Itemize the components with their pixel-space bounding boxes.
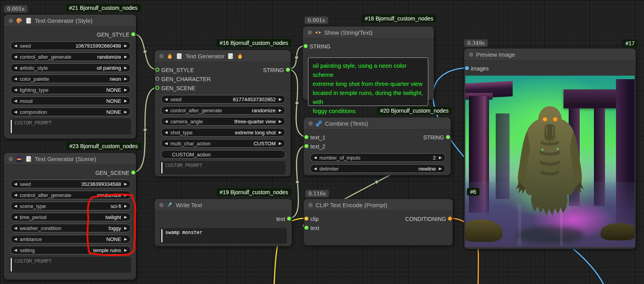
combo-left-arrow[interactable]: ◀ xyxy=(14,88,17,92)
combo-right-arrow[interactable]: ▶ xyxy=(124,249,127,252)
widget-camera_angle[interactable]: ◀camera_anglethree-quarter view▶ xyxy=(161,117,286,126)
combo-right-arrow[interactable]: ▶ xyxy=(124,55,127,59)
collapse-dot[interactable] xyxy=(308,121,313,126)
input-slot-text[interactable] xyxy=(304,226,308,230)
output-slot-gen_scene[interactable] xyxy=(131,171,135,174)
input-slot-clip[interactable] xyxy=(304,217,308,221)
text-area[interactable]: CUSTOM_PROMPT xyxy=(160,161,286,174)
text-area[interactable]: CUSTOM_PROMPT xyxy=(9,257,131,273)
combo-left-arrow[interactable]: ◀ xyxy=(14,99,17,103)
combo-left-arrow[interactable]: ◀ xyxy=(165,98,168,101)
widget-lighting_type[interactable]: ◀lighting_typeNONE▶ xyxy=(10,85,131,94)
collapse-dot[interactable] xyxy=(159,203,164,207)
combo-right-arrow[interactable]: ▶ xyxy=(124,99,127,103)
combo-left-arrow[interactable]: ◀ xyxy=(14,66,17,70)
widget-artistic_style[interactable]: ◀artistic_styleoil painting▶ xyxy=(10,63,131,72)
input-slot-gen_scene[interactable] xyxy=(155,86,159,90)
combo-right-arrow[interactable]: ▶ xyxy=(279,98,282,101)
input-slot-gen_character[interactable] xyxy=(155,77,159,81)
node-text-generator-scene-[interactable]: Text Generator (Scene)GEN_SCENE◀seed3523… xyxy=(4,153,136,280)
widget-seed[interactable]: ◀seed35236399334588▶ xyxy=(10,180,131,188)
widget-scene_type[interactable]: ◀scene_typesci-fi▶ xyxy=(10,202,131,210)
input-slot-images[interactable] xyxy=(465,66,469,70)
node-header[interactable]: Write Text xyxy=(155,199,292,211)
output-slot-string[interactable] xyxy=(446,135,450,139)
combo-right-arrow[interactable]: ▶ xyxy=(124,88,127,92)
node-preview-image[interactable]: Preview Imageimages xyxy=(464,48,636,249)
node-show-string-text-[interactable]: Show (String/Text)STRINGoil painting sty… xyxy=(303,26,434,100)
combo-right-arrow[interactable]: ▶ xyxy=(124,238,127,241)
combo-left-arrow[interactable]: ◀ xyxy=(165,142,168,145)
input-slot-text_1[interactable] xyxy=(304,135,308,139)
combo-left-arrow[interactable]: ◀ xyxy=(165,109,168,112)
widget-multi_char_action[interactable]: ◀multi_char_actionCUSTOM▶ xyxy=(161,139,286,148)
combo-right-arrow[interactable]: ▶ xyxy=(124,182,127,186)
combo-right-arrow[interactable]: ▶ xyxy=(124,44,127,48)
textarea-scrollbar[interactable] xyxy=(161,162,162,173)
widget-control_after_generate[interactable]: ◀control_after_generaterandomize▶ xyxy=(10,191,131,199)
combo-right-arrow[interactable]: ▶ xyxy=(124,66,127,70)
input-slot-string[interactable] xyxy=(304,44,308,48)
textarea-scrollbar[interactable] xyxy=(11,258,12,271)
node-header[interactable]: Text Generator (Style) xyxy=(4,15,136,27)
widget-control_after_generate[interactable]: ◀control_after_generaterandomize▶ xyxy=(161,106,286,115)
combo-left-arrow[interactable]: ◀ xyxy=(14,55,17,59)
text-area[interactable]: swamp monster xyxy=(160,228,287,243)
combo-left-arrow[interactable]: ◀ xyxy=(165,120,168,123)
widget-custom_action[interactable]: CUSTOM_action xyxy=(161,150,286,159)
node-clip-text-encode-prompt-[interactable]: CLIP Text Encode (Prompt)clipCONDITIONIN… xyxy=(304,199,453,245)
collapse-dot[interactable] xyxy=(159,54,164,58)
combo-right-arrow[interactable]: ▶ xyxy=(124,193,127,197)
input-slot-text_2[interactable] xyxy=(304,144,308,148)
text-area[interactable]: CUSTOM_PROMPT xyxy=(9,119,131,134)
node-text-generator-style-[interactable]: Text Generator (Style)GEN_STYLE◀seed1067… xyxy=(4,15,136,139)
widget-time_period[interactable]: ◀time_periodtwilight▶ xyxy=(10,213,131,221)
combo-left-arrow[interactable]: ◀ xyxy=(14,77,17,81)
combo-right-arrow[interactable]: ▶ xyxy=(124,226,127,230)
node-text-generator[interactable]: Text GeneratorGEN_STYLESTRINGGEN_CHARACT… xyxy=(155,50,291,176)
combo-right-arrow[interactable]: ▶ xyxy=(124,204,127,208)
collapse-dot[interactable] xyxy=(469,52,473,57)
combo-left-arrow[interactable]: ◀ xyxy=(14,215,17,219)
combo-left-arrow[interactable]: ◀ xyxy=(14,204,17,208)
node-header[interactable]: Combine (Texts) xyxy=(304,117,451,130)
combo-right-arrow[interactable]: ▶ xyxy=(279,120,282,123)
widget-delimiter[interactable]: ◀delimiternewline▶ xyxy=(310,164,446,173)
combo-right-arrow[interactable]: ▶ xyxy=(279,131,282,134)
combo-right-arrow[interactable]: ▶ xyxy=(439,156,442,160)
widget-color_palette[interactable]: ◀color_paletteneon▶ xyxy=(10,74,131,83)
output-slot-conditioning[interactable] xyxy=(448,217,452,221)
node-header[interactable]: Text Generator xyxy=(155,50,291,62)
widget-mood[interactable]: ◀moodNONE▶ xyxy=(10,97,131,105)
combo-left-arrow[interactable]: ◀ xyxy=(14,110,17,114)
widget-control_after_generate[interactable]: ◀control_after_generaterandomize▶ xyxy=(10,52,131,61)
node-combine-texts-[interactable]: Combine (Texts)text_1STRINGtext_2◀number… xyxy=(304,117,451,175)
input-slot-gen_style[interactable] xyxy=(155,68,159,72)
node-header[interactable]: Text Generator (Scene) xyxy=(4,153,136,165)
node-header[interactable]: Preview Image xyxy=(464,48,636,61)
output-slot-gen_style[interactable] xyxy=(131,32,135,36)
node-graph-canvas[interactable]: Text Generator (Style)GEN_STYLE◀seed1067… xyxy=(0,0,644,284)
combo-right-arrow[interactable]: ▶ xyxy=(124,110,127,114)
collapse-dot[interactable] xyxy=(9,157,13,161)
combo-left-arrow[interactable]: ◀ xyxy=(14,182,17,186)
combo-right-arrow[interactable]: ▶ xyxy=(279,109,282,112)
combo-left-arrow[interactable]: ◀ xyxy=(14,193,17,197)
combo-left-arrow[interactable]: ◀ xyxy=(314,156,317,160)
collapse-dot[interactable] xyxy=(308,203,313,207)
combo-left-arrow[interactable]: ◀ xyxy=(14,44,17,48)
combo-left-arrow[interactable]: ◀ xyxy=(14,249,17,252)
widget-shot_type[interactable]: ◀shot_typeextreme long shot▶ xyxy=(161,128,286,137)
combo-left-arrow[interactable]: ◀ xyxy=(14,226,17,230)
combo-left-arrow[interactable]: ◀ xyxy=(14,238,17,241)
node-header[interactable]: Show (String/Text) xyxy=(303,26,434,39)
widget-number_of_inputs[interactable]: ◀number_of_inputs2▶ xyxy=(310,153,446,162)
widget-seed[interactable]: ◀seed617744537302852▶ xyxy=(161,95,286,104)
combo-right-arrow[interactable]: ▶ xyxy=(124,77,127,81)
combo-left-arrow[interactable]: ◀ xyxy=(314,167,317,171)
combo-right-arrow[interactable]: ▶ xyxy=(279,142,282,145)
widget-seed[interactable]: ◀seed1067915992660498▶ xyxy=(10,41,131,50)
widget-ambiance[interactable]: ◀ambianceNONE▶ xyxy=(10,235,131,243)
output-slot-string[interactable] xyxy=(286,68,290,72)
widget-composition[interactable]: ◀compositionNONE▶ xyxy=(10,108,131,116)
